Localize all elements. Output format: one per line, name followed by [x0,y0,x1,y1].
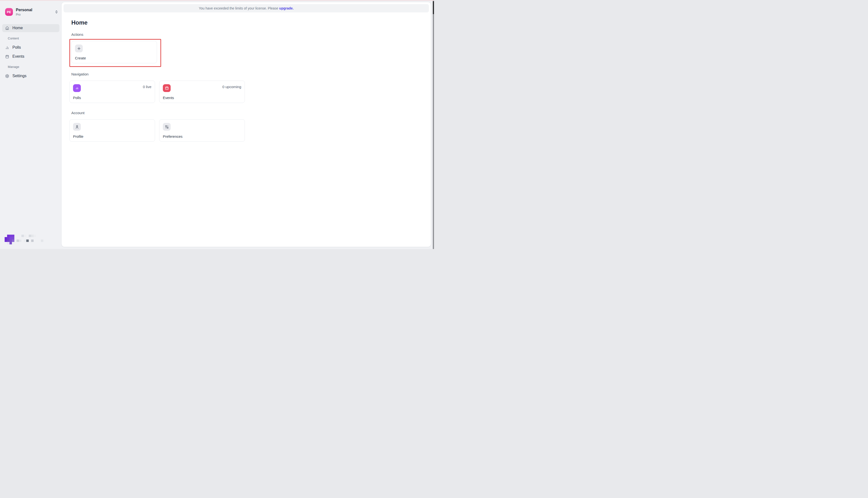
sidebar-item-home[interactable]: Home [2,24,60,32]
sidebar-item-label: Polls [12,45,21,50]
sidebar-section-manage: Manage [8,65,60,69]
preferences-card[interactable]: Preferences [159,119,245,142]
section-label-account: Account [71,111,423,115]
workspace-switcher[interactable]: PE Personal Pro [5,8,59,16]
sidebar-item-events[interactable]: Events [2,53,60,61]
sidebar-item-label: Events [12,54,24,59]
events-count: 0 upcoming [222,85,241,89]
license-banner-suffix: . [292,6,293,10]
events-card[interactable]: 0 upcoming Events [159,81,245,103]
scrollbar[interactable] [433,1,434,249]
section-label-navigation: Navigation [71,72,423,76]
chevrons-up-down-icon [54,10,59,14]
sidebar-item-label: Settings [12,74,27,78]
main-panel: You have exceeded the limits of your lic… [62,2,431,247]
card-label: Create [75,56,153,60]
annotation-box: Create [69,39,161,67]
sidebar-item-polls[interactable]: Polls [2,43,60,52]
sidebar: PE Personal Pro Home Content Polls Event… [0,1,62,249]
polls-bar-chart-icon [73,84,81,92]
main-content: Home Actions Create Navigation [62,20,431,142]
gear-icon [5,74,9,78]
workspace-meta: Personal Pro [16,8,51,16]
page-title: Home [71,20,423,26]
card-label: Preferences [163,135,241,138]
workspace-avatar: PE [5,8,13,16]
events-calendar-icon [163,84,171,92]
card-label: Polls [73,96,152,100]
license-banner-text: You have exceeded the limits of your lic… [199,6,278,10]
polls-count: 0 live [143,85,152,89]
profile-card[interactable]: Profile [69,119,155,142]
sidebar-nav: Home Content Polls Events Manage Setting… [2,24,60,80]
navigation-cards: 0 live Polls 0 upcoming Events [69,81,423,103]
workspace-plan: Pro [16,13,51,16]
workspace-name: Personal [16,8,51,12]
bar-chart-icon [5,45,9,50]
sidebar-item-label: Home [12,26,23,30]
polls-card[interactable]: 0 live Polls [69,81,155,103]
calendar-icon [5,54,9,59]
blurred-logo [4,233,47,246]
license-banner: You have exceeded the limits of your lic… [64,4,429,12]
scrollbar-thumb[interactable] [433,1,434,14]
house-icon [5,26,9,30]
card-label: Events [163,96,241,100]
sidebar-item-settings[interactable]: Settings [2,72,60,80]
sliders-icon [163,123,171,131]
sidebar-section-content: Content [8,37,60,40]
card-label: Profile [73,135,152,138]
section-label-actions: Actions [71,32,423,36]
create-card[interactable]: Create [71,41,157,63]
user-icon [73,123,81,131]
upgrade-link[interactable]: upgrade [279,6,292,10]
app-window: PE Personal Pro Home Content Polls Event… [0,0,434,249]
top-edge-strip [0,0,434,1]
plus-icon [75,44,83,52]
account-cards: Profile Preferences [69,119,423,142]
